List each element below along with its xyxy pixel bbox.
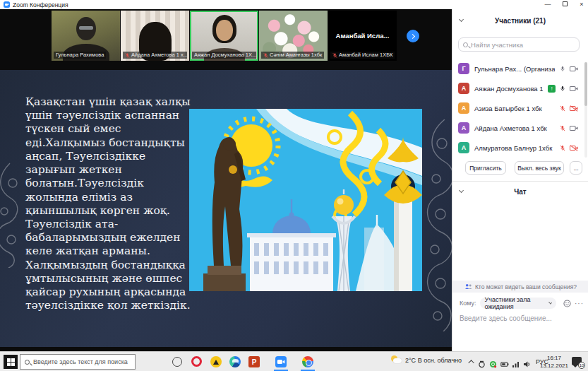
meeting-sidebar: Участники (21) Г Гульнара Рах... (Органи… — [452, 9, 588, 351]
camera-icon[interactable] — [570, 66, 578, 72]
slide-ornament-left — [0, 162, 21, 268]
window-titlebar: Zoom Конференция — × — [0, 0, 588, 9]
date: 13.12.2021 — [539, 362, 569, 370]
screen-share-badge: ↑ — [548, 85, 556, 93]
time: 16:17 — [539, 354, 569, 362]
participant-face — [216, 20, 233, 41]
weather-icon — [391, 355, 402, 365]
avatar: А — [458, 122, 469, 134]
edge-icon[interactable] — [229, 356, 241, 367]
speaker-icon[interactable] — [523, 358, 531, 366]
search-icon — [463, 42, 468, 47]
zoom-meeting-window: Zoom Конференция — × Гульнара Рахимова — [0, 0, 588, 371]
window-title: Zoom Конференция — [13, 1, 68, 8]
tray-expand-icon[interactable] — [468, 360, 474, 365]
taskbar-search-input[interactable] — [33, 358, 131, 365]
chat-header: Чат — [452, 186, 588, 197]
video-tile[interactable]: Айдана Ахметова 1 х... — [121, 11, 189, 61]
glasses — [79, 26, 93, 30]
taskbar-search[interactable] — [20, 354, 136, 370]
participant-row[interactable]: А Айдана Ахметова 1 хбк — [452, 120, 584, 136]
taskbar-weather[interactable]: 2°C В осн. облачно — [391, 355, 462, 365]
video-name-label: Аманбай Ислам 1ХБК — [330, 52, 395, 59]
battery-icon[interactable] — [500, 358, 508, 366]
collapse-participants-chevron-icon[interactable] — [459, 17, 464, 22]
chat-title: Чат — [514, 188, 527, 196]
antivirus-tray-icon[interactable] — [489, 358, 497, 366]
to-label: Кому: — [460, 300, 476, 307]
collapse-chat-chevron-icon[interactable] — [459, 188, 464, 193]
chevron-down-icon — [548, 300, 552, 304]
avatar: А — [458, 102, 469, 114]
video-name-label: Айдана Ахметова 1 х... — [123, 52, 187, 59]
camera-icon[interactable] — [570, 125, 578, 131]
recipient-dropdown[interactable]: Участники зала ожидания — [480, 298, 556, 309]
search-icon — [25, 360, 30, 365]
cortana-icon[interactable] — [172, 357, 182, 367]
mic-muted-icon — [332, 52, 337, 59]
windows-logo-icon — [7, 358, 15, 366]
avatar: А — [458, 83, 469, 94]
participants-header: Участники (21) — [452, 15, 588, 26]
action-center-icon[interactable]: 10 — [572, 357, 582, 365]
zoom-app-icon — [4, 1, 10, 8]
participant-row[interactable]: Г Гульнара Рах... (Организатор, я) — [452, 61, 584, 76]
chat-recipient-row: Кому: Участники зала ожидания ··· — [460, 298, 584, 309]
mic-muted-icon — [125, 52, 130, 59]
headset-tray-icon[interactable] — [478, 358, 486, 366]
yellow-triangle-app-icon[interactable] — [210, 356, 222, 367]
mic-icon[interactable] — [560, 65, 565, 73]
emoji-icon[interactable] — [563, 300, 571, 307]
participant-row[interactable]: А Азиза Батырбек 1 хбк — [452, 100, 584, 116]
video-tile[interactable]: Аманбай Исла... Аманбай Ислам 1ХБК — [328, 11, 397, 61]
shared-presentation-slide: Қазақстан үшін қазақ халқы үшін тәуелсіз… — [0, 70, 452, 347]
powerpoint-icon[interactable]: P — [248, 356, 260, 367]
next-participants-button[interactable] — [407, 30, 419, 42]
windows-taskbar: P 2°C В осн. облачно — [0, 351, 588, 371]
mute-all-button[interactable]: Выкл. весь звук — [515, 161, 564, 175]
zoom-taskbar-icon[interactable] — [275, 356, 287, 367]
video-tile[interactable]: Гульнара Рахимова — [52, 11, 120, 61]
video-name-label: Сәнім Аманғазы 1хбк — [261, 52, 324, 59]
taskbar-clock[interactable]: 16:17 13.12.2021 — [539, 354, 569, 370]
slide-text: Қазақстан үшін қазақ халқы үшін тәуелсіз… — [25, 95, 193, 313]
chrome-icon[interactable] — [302, 356, 313, 367]
participant-search-input[interactable] — [471, 41, 575, 49]
participant-search[interactable] — [458, 37, 580, 52]
participant-display-name: Аманбай Исла... — [336, 32, 390, 40]
avatar: Г — [458, 63, 469, 74]
video-tile[interactable]: Сәнім Аманғазы 1хбк — [259, 11, 328, 61]
video-strip: Гульнара Рахимова Айдана Ахметова 1 х...… — [0, 10, 452, 61]
avatar: А — [458, 142, 469, 153]
meeting-main-area: Гульнара Рахимова Айдана Ахметова 1 х...… — [0, 9, 452, 351]
camera-off-icon[interactable] — [570, 145, 578, 151]
camera-off-icon[interactable] — [570, 105, 578, 112]
video-name-label: Аяжан Досмуханова 1Х... — [192, 52, 256, 59]
maximize-button[interactable] — [563, 1, 568, 6]
opera-icon[interactable] — [191, 356, 202, 367]
mic-muted-icon[interactable] — [560, 124, 565, 132]
close-button[interactable]: × — [578, 0, 585, 9]
network-signal-icon[interactable] — [512, 358, 520, 366]
video-tile-active-speaker[interactable]: Аяжан Досмуханова 1Х... — [190, 11, 258, 61]
chat-message-input[interactable] — [460, 314, 580, 322]
participant-row[interactable]: А Аяжан Досмуханова 1ХБК ↑ — [452, 81, 584, 96]
participant-row[interactable]: А Алмуратова Балнур 1хбк — [452, 140, 584, 155]
mic-muted-icon[interactable] — [560, 105, 565, 112]
invite-button[interactable]: Пригласить — [465, 161, 506, 175]
camera-icon[interactable] — [570, 86, 578, 92]
participants-more-button[interactable]: ... — [570, 161, 582, 175]
slide-ornament-right — [424, 119, 453, 331]
start-button[interactable] — [4, 355, 18, 369]
mic-icon[interactable] — [560, 85, 565, 93]
participants-scrollbar[interactable] — [584, 62, 587, 158]
minimize-button[interactable]: — — [544, 0, 551, 9]
chat-more-button[interactable]: ··· — [575, 300, 584, 307]
mic-muted-icon[interactable] — [560, 144, 565, 152]
mic-muted-icon — [263, 52, 268, 59]
video-name-label: Гульнара Рахимова — [54, 52, 106, 59]
notification-count-badge: 10 — [578, 362, 585, 369]
participants-title: Участники (21) — [495, 17, 546, 25]
chevron-right-icon — [409, 33, 414, 38]
people-icon — [464, 283, 472, 290]
